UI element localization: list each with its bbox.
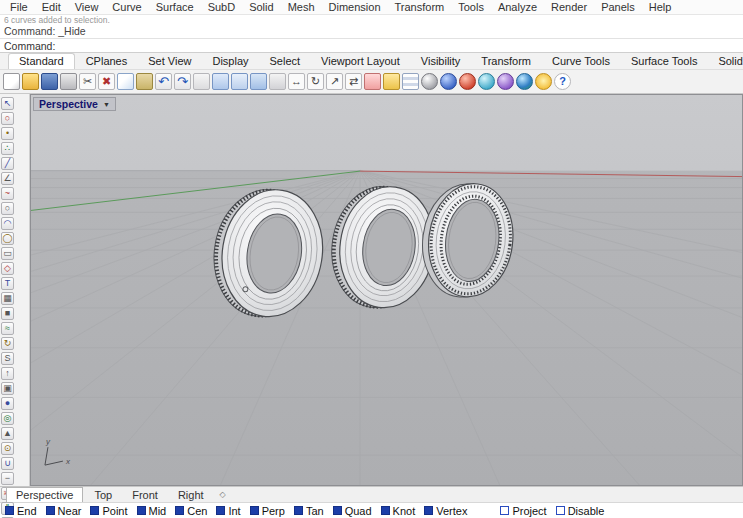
xray-view-icon[interactable]: [497, 73, 514, 90]
points-on-icon[interactable]: ∴: [1, 142, 14, 155]
scale-icon[interactable]: ↗: [326, 73, 343, 90]
layer-icon[interactable]: [402, 73, 419, 90]
viewport-tab-top[interactable]: Top: [85, 489, 121, 501]
tab-curve-tools[interactable]: Curve Tools: [542, 54, 620, 69]
viewport-canvas[interactable]: x y: [31, 95, 742, 485]
lock-icon[interactable]: [383, 73, 400, 90]
line-icon[interactable]: ╱: [1, 157, 14, 170]
menu-help[interactable]: Help: [642, 1, 679, 13]
polyline-icon[interactable]: ∠: [1, 172, 14, 185]
viewport-tab-right[interactable]: Right: [169, 489, 213, 501]
arc-icon[interactable]: ◠: [1, 217, 14, 230]
shaded-view-icon[interactable]: [440, 73, 457, 90]
osnap-checkbox[interactable]: [424, 506, 433, 515]
zoom-extents-icon[interactable]: [250, 73, 267, 90]
box-icon[interactable]: ▣: [1, 382, 14, 395]
tab-solid-tools[interactable]: Solid Tools: [708, 54, 743, 69]
polygon-icon[interactable]: ◇: [1, 262, 14, 275]
open-file-icon[interactable]: [22, 73, 39, 90]
osnap-knot[interactable]: Knot: [381, 505, 416, 517]
redo-icon[interactable]: ↷: [174, 73, 191, 90]
tab-surface-tools[interactable]: Surface Tools: [621, 54, 707, 69]
tab-transform[interactable]: Transform: [471, 54, 541, 69]
menu-surface[interactable]: Surface: [149, 1, 201, 13]
loft-icon[interactable]: ≈: [1, 322, 14, 335]
rotate-icon[interactable]: ↻: [307, 73, 324, 90]
ghosted-view-icon[interactable]: [478, 73, 495, 90]
point-icon[interactable]: •: [1, 127, 14, 140]
print-icon[interactable]: [60, 73, 77, 90]
osnap-end[interactable]: End: [5, 505, 37, 517]
menu-panels[interactable]: Panels: [594, 1, 642, 13]
save-icon[interactable]: [41, 73, 58, 90]
tab-standard[interactable]: Standard: [8, 53, 75, 69]
menu-dimension[interactable]: Dimension: [322, 1, 388, 13]
mirror-icon[interactable]: ⇄: [345, 73, 362, 90]
menu-transform[interactable]: Transform: [388, 1, 452, 13]
tab-set-view[interactable]: Set View: [138, 54, 201, 69]
disable-checkbox[interactable]: [556, 506, 565, 515]
paste-icon[interactable]: [136, 73, 153, 90]
perspective-viewport[interactable]: x y Perspective ▼: [30, 94, 743, 486]
osnap-point[interactable]: Point: [90, 505, 127, 517]
osnap-checkbox[interactable]: [46, 506, 55, 515]
undo-icon[interactable]: ↶: [155, 73, 172, 90]
wireframe-view-icon[interactable]: [421, 73, 438, 90]
hide-icon[interactable]: [364, 73, 381, 90]
menu-analyze[interactable]: Analyze: [491, 1, 544, 13]
menu-view[interactable]: View: [68, 1, 106, 13]
osnap-mid[interactable]: Mid: [137, 505, 167, 517]
tab-display[interactable]: Display: [202, 54, 258, 69]
zoom-dynamic-icon[interactable]: [212, 73, 229, 90]
circle-icon[interactable]: ○: [1, 202, 14, 215]
revolve-icon[interactable]: ↻: [1, 337, 14, 350]
cylinder-icon[interactable]: ◎: [1, 412, 14, 425]
osnap-int[interactable]: Int: [216, 505, 240, 517]
osnap-quad[interactable]: Quad: [333, 505, 372, 517]
pan-icon[interactable]: [193, 73, 210, 90]
osnap-vertex[interactable]: Vertex: [424, 505, 467, 517]
cut-icon[interactable]: ✂: [79, 73, 96, 90]
osnap-checkbox[interactable]: [381, 506, 390, 515]
osnap-checkbox[interactable]: [137, 506, 146, 515]
render-icon[interactable]: [516, 73, 533, 90]
sun-icon[interactable]: [535, 73, 552, 90]
menu-curve[interactable]: Curve: [105, 1, 148, 13]
lasso-select-icon[interactable]: ○: [1, 112, 14, 125]
osnap-perp[interactable]: Perp: [250, 505, 285, 517]
delete-icon[interactable]: ✖: [98, 73, 115, 90]
osnap-checkbox[interactable]: [5, 506, 14, 515]
new-viewport-tab-icon[interactable]: ◇: [220, 490, 226, 499]
osnap-cen[interactable]: Cen: [175, 505, 207, 517]
command-input[interactable]: Command:: [0, 38, 743, 53]
text-icon[interactable]: T: [1, 277, 14, 290]
osnap-tan[interactable]: Tan: [294, 505, 324, 517]
sphere-icon[interactable]: ●: [1, 397, 14, 410]
tab-visibility[interactable]: Visibility: [411, 54, 471, 69]
cone-icon[interactable]: ▲: [1, 427, 14, 440]
help-icon[interactable]: ?: [554, 73, 571, 90]
osnap-near[interactable]: Near: [46, 505, 82, 517]
osnap-checkbox[interactable]: [175, 506, 184, 515]
extrude-icon[interactable]: ↑: [1, 367, 14, 380]
menu-edit[interactable]: Edit: [35, 1, 68, 13]
select-icon[interactable]: ↖: [1, 97, 14, 110]
viewport-tab-front[interactable]: Front: [123, 489, 167, 501]
menu-solid[interactable]: Solid: [242, 1, 280, 13]
new-file-icon[interactable]: [3, 73, 20, 90]
menu-subd[interactable]: SubD: [201, 1, 243, 13]
menu-file[interactable]: File: [3, 1, 35, 13]
curve-icon[interactable]: ~: [1, 187, 14, 200]
osnap-checkbox[interactable]: [216, 506, 225, 515]
ellipse-icon[interactable]: ◯: [1, 232, 14, 245]
project-checkbox[interactable]: [500, 506, 509, 515]
boolean-difference-icon[interactable]: −: [1, 472, 14, 485]
project-toggle[interactable]: Project: [500, 505, 546, 517]
zoom-window-icon[interactable]: [231, 73, 248, 90]
move-icon[interactable]: ↔: [288, 73, 305, 90]
tab-select[interactable]: Select: [260, 54, 311, 69]
named-views-icon[interactable]: [269, 73, 286, 90]
sweep-icon[interactable]: S: [1, 352, 14, 365]
tab-viewport-layout[interactable]: Viewport Layout: [311, 54, 410, 69]
rendered-view-icon[interactable]: [459, 73, 476, 90]
